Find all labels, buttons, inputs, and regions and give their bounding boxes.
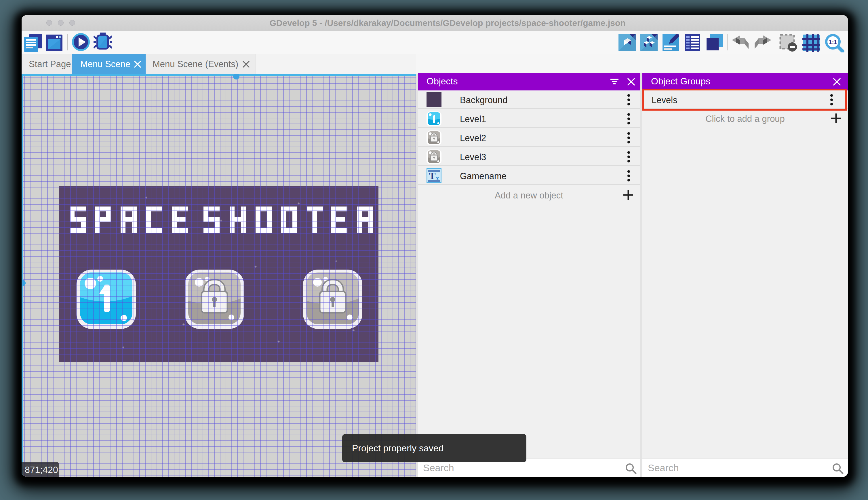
- svg-text:1:1: 1:1: [829, 39, 837, 45]
- svg-text:x: x: [436, 175, 439, 181]
- svg-text:T: T: [429, 171, 436, 181]
